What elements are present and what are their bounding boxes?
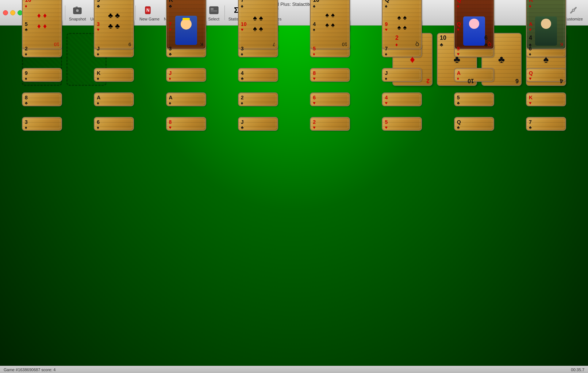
game-area: 2 ♦ ♦ 2 10 ♣ ♣ 10 6 ♣ ♣ 6 <box>0 26 588 373</box>
f1-suit: ♦ <box>395 42 398 47</box>
status-left: Game #1638690687 score: 4 <box>4 368 56 372</box>
f3-rank: 6 <box>484 35 488 41</box>
card-7-1[interactable]: Q♣ <box>454 117 494 131</box>
traffic-lights <box>3 10 23 15</box>
card-7-2[interactable]: 5♣ <box>454 92 494 106</box>
card-8-2[interactable]: K♥ <box>526 92 566 106</box>
card-6-6[interactable]: Q ♠ Q ♠♠ ♠♠ <box>382 0 422 49</box>
f2-rank-bottom: 10 <box>468 78 474 84</box>
f4-rank-bottom: 4 <box>560 78 563 84</box>
svg-point-2 <box>76 9 78 12</box>
snapshot-button[interactable]: Snapshot <box>67 3 88 23</box>
svg-rect-19 <box>211 8 214 10</box>
customize-label: Customize <box>564 17 583 21</box>
card-4-1[interactable]: J♣ <box>238 117 278 131</box>
card-1-3[interactable]: 9♠ <box>22 68 62 82</box>
card-5-6[interactable]: 10 ♠ 10 ♠♠ ♠♠ <box>310 0 350 49</box>
card-3-6[interactable]: K ♣ K <box>166 0 206 49</box>
customize-icon <box>568 4 579 16</box>
svg-rect-18 <box>210 7 218 14</box>
select-button[interactable]: Select <box>205 3 223 23</box>
svg-text:N: N <box>146 8 150 13</box>
card-2-6[interactable]: 9 ♣ 9 ♣♣ ♣♣ <box>94 0 134 49</box>
card-5-2[interactable]: 6♥ <box>310 92 350 106</box>
newgame-icon: N <box>144 4 155 16</box>
f1-center: ♦ <box>410 54 415 65</box>
select-label: Select <box>208 17 219 21</box>
card-8-1[interactable]: 7♣ <box>526 117 566 131</box>
f3-center: ♣ <box>498 54 505 65</box>
close-button[interactable] <box>3 10 8 15</box>
card-4-3[interactable]: 4♣ <box>238 68 278 82</box>
card-3-2[interactable]: A♠ <box>166 92 206 106</box>
card-1-1[interactable]: 3♠ <box>22 117 62 131</box>
card-5-3[interactable]: 8♥ <box>310 68 350 82</box>
status-right: 00:35.7 <box>571 368 584 372</box>
f2-suit: ♣ <box>440 42 443 47</box>
card-4-2[interactable]: 2♠ <box>238 92 278 106</box>
card-2-1[interactable]: 6♠ <box>94 117 134 131</box>
f3-suit: ♣ <box>484 42 488 47</box>
svg-point-31 <box>573 9 574 11</box>
f4-rank: 4 <box>529 35 532 41</box>
svg-rect-20 <box>211 11 217 11</box>
snapshot-label: Snapshot <box>69 17 86 21</box>
statusbar: Game #1638690687 score: 4 00:35.7 <box>0 366 588 373</box>
svg-rect-3 <box>76 7 78 8</box>
newgame-label: New Game <box>139 17 160 21</box>
snapshot-icon <box>72 4 83 16</box>
f2-rank: 10 <box>440 35 446 41</box>
card-3-1[interactable]: 8♥ <box>166 117 206 131</box>
card-1-2[interactable]: 8♣ <box>22 92 62 106</box>
card-2-3[interactable]: K♠ <box>94 68 134 82</box>
card-6-1[interactable]: 5♥ <box>382 117 422 131</box>
card-3-3[interactable]: J♦ <box>166 68 206 82</box>
f4-center: ♠ <box>543 54 549 65</box>
f1-rank-bottom: 2 <box>426 78 430 84</box>
newgame-button[interactable]: N New Game <box>137 3 162 23</box>
toolbar: FreeCell Plus: Stalactites [Tom] ↩ Undo … <box>0 0 588 26</box>
f3-rank-bottom: 6 <box>515 78 519 84</box>
select-icon <box>208 4 220 16</box>
top-row: 2 ♦ ♦ 2 10 ♣ ♣ 10 6 ♣ ♣ 6 <box>0 33 588 86</box>
card-1-6[interactable]: 10 ♦ 10 ♦ ♦ ♦ ♦ <box>22 0 62 49</box>
card-5-1[interactable]: 2♥ <box>310 117 350 131</box>
card-6-3[interactable]: J♠ <box>382 68 422 82</box>
card-6-2[interactable]: 4♥ <box>382 92 422 106</box>
minimize-button[interactable] <box>10 10 15 15</box>
card-2-2[interactable]: A♠ <box>94 92 134 106</box>
f1-rank: 2 <box>395 35 399 41</box>
